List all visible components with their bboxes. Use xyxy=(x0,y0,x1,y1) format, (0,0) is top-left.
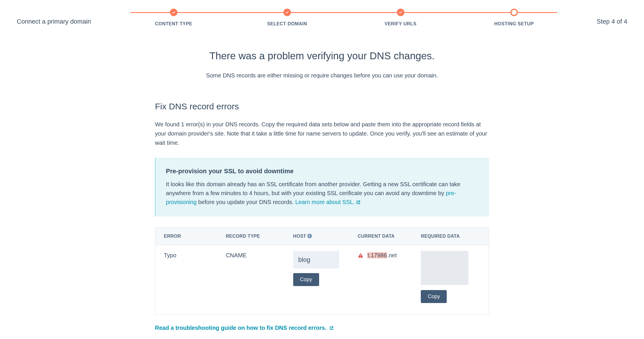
svg-rect-1 xyxy=(360,256,361,257)
th-host: HOST xyxy=(293,233,358,240)
page-subheadline: Some DNS records are either missing or r… xyxy=(155,71,489,80)
check-icon xyxy=(397,9,404,16)
main-content: There was a problem verifying your DNS c… xyxy=(155,48,489,333)
page-headline: There was a problem verifying your DNS c… xyxy=(155,48,489,64)
external-link-icon xyxy=(329,324,334,333)
cell-current-data: t.17986.net xyxy=(358,251,421,260)
info-body-mid: before you update your DNS records. xyxy=(197,199,295,205)
stepper-label: VERIFY URLS xyxy=(384,20,416,27)
dns-errors-table: ERROR RECORD TYPE HOST CURRENT DATA REQU… xyxy=(155,227,489,315)
stepper-label: CONTENT TYPE xyxy=(155,20,192,27)
copy-required-button[interactable]: Copy xyxy=(421,290,447,303)
cell-record-type: CNAME xyxy=(226,251,293,260)
info-icon[interactable] xyxy=(307,234,312,238)
stepper-step-hosting-setup: HOSTING SETUP xyxy=(457,9,571,27)
info-panel-title: Pre-provision your SSL to avoid downtime xyxy=(166,166,479,176)
check-icon xyxy=(170,9,177,16)
external-link-icon xyxy=(356,198,361,207)
host-value-box: blog xyxy=(293,251,339,268)
stepper-step-content-type: CONTENT TYPE xyxy=(117,9,230,27)
step-counter: Step 4 of 4 xyxy=(597,12,627,26)
table-row: Typo CNAME blog Copy t.17986.net Copy xyxy=(155,245,489,315)
stepper: CONTENT TYPE SELECT DOMAIN VERIFY URLS H… xyxy=(117,9,571,29)
learn-more-ssl-link[interactable]: Learn more about SSL. xyxy=(295,199,361,205)
current-data-value: t.17986.net xyxy=(367,252,397,258)
section-title: Fix DNS record errors xyxy=(155,100,489,113)
stepper-step-verify-urls: VERIFY URLS xyxy=(344,9,457,27)
th-error: ERROR xyxy=(164,233,226,240)
wizard-header: Connect a primary domain CONTENT TYPE SE… xyxy=(0,0,644,29)
th-record-type: RECORD TYPE xyxy=(226,233,293,240)
ssl-info-panel: Pre-provision your SSL to avoid downtime… xyxy=(155,158,489,216)
cell-error: Typo xyxy=(164,251,226,260)
th-required-data: REQUIRED DATA xyxy=(421,233,480,240)
cell-required-data: Copy xyxy=(421,251,480,303)
table-header: ERROR RECORD TYPE HOST CURRENT DATA REQU… xyxy=(155,228,489,245)
info-body-text: It looks like this domain already has an… xyxy=(166,181,460,196)
check-icon xyxy=(283,9,291,16)
stepper-label: SELECT DOMAIN xyxy=(267,20,307,27)
wizard-title: Connect a primary domain xyxy=(17,12,91,26)
info-panel-body: It looks like this domain already has an… xyxy=(166,180,479,207)
svg-rect-0 xyxy=(360,254,361,256)
troubleshooting-link[interactable]: Read a troubleshooting guide on how to f… xyxy=(155,325,334,331)
current-step-icon xyxy=(510,9,518,16)
required-data-redacted xyxy=(421,251,468,285)
stepper-step-select-domain: SELECT DOMAIN xyxy=(230,9,344,27)
section-description: We found 1 error(s) in your DNS records.… xyxy=(155,120,489,147)
warning-icon xyxy=(358,252,363,260)
th-current-data: CURRENT DATA xyxy=(358,233,421,240)
copy-host-button[interactable]: Copy xyxy=(293,273,319,286)
stepper-label: HOSTING SETUP xyxy=(494,20,534,27)
cell-host: blog Copy xyxy=(293,251,358,286)
